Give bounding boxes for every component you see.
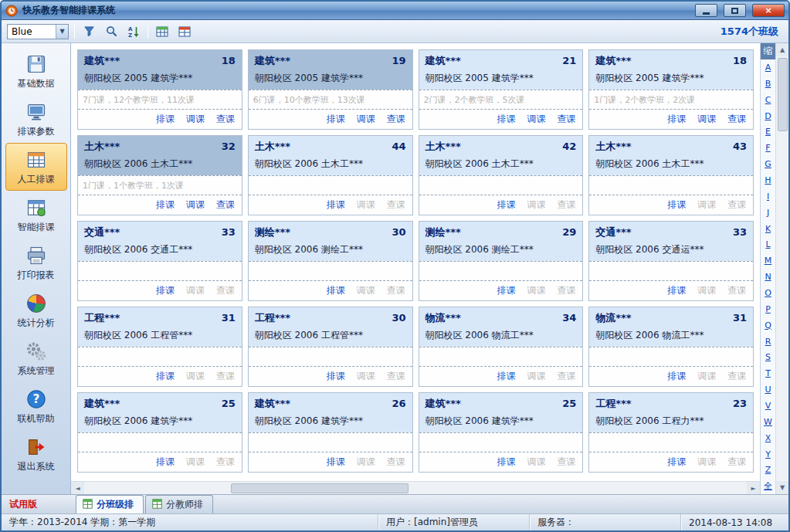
adjust-link[interactable]: 调课 bbox=[357, 371, 375, 381]
sidebar-item-manual-schedule[interactable]: 人工排课 bbox=[5, 143, 67, 191]
schedule-link[interactable]: 排课 bbox=[327, 285, 345, 296]
scroll-down-icon[interactable]: ▼ bbox=[776, 481, 788, 494]
close-button[interactable]: × bbox=[752, 4, 785, 17]
alpha-letter[interactable]: Q bbox=[761, 317, 775, 334]
adjust-link[interactable]: 调课 bbox=[186, 371, 205, 381]
query-link[interactable]: 查课 bbox=[557, 371, 575, 381]
theme-select[interactable]: Blue ▼ bbox=[7, 24, 69, 39]
class-card[interactable]: 物流*** 34 朝阳校区 2006 物流工*** 排课 调课 查课 bbox=[419, 307, 584, 387]
schedule-link[interactable]: 排课 bbox=[667, 456, 686, 467]
search-icon[interactable] bbox=[103, 23, 120, 40]
query-link[interactable]: 查课 bbox=[216, 371, 235, 381]
class-card[interactable]: 建筑*** 25 朝阳校区 2006 建筑学*** 排课 调课 查课 bbox=[419, 392, 584, 473]
schedule-link[interactable]: 排课 bbox=[497, 456, 516, 467]
alpha-letter[interactable]: E bbox=[761, 124, 775, 140]
class-card[interactable]: 建筑*** 18 朝阳校区 2005 建筑学*** 1门课，2个教学班，2次课 … bbox=[588, 49, 754, 130]
schedule-link[interactable]: 排课 bbox=[156, 371, 175, 381]
query-link[interactable]: 查课 bbox=[387, 371, 405, 381]
adjust-link[interactable]: 调课 bbox=[697, 285, 716, 296]
sidebar-item-stats[interactable]: 统计分析 bbox=[5, 286, 67, 334]
query-link[interactable]: 查课 bbox=[216, 114, 235, 124]
adjust-link[interactable]: 调课 bbox=[186, 114, 205, 124]
horizontal-scroll-thumb[interactable] bbox=[231, 483, 409, 493]
query-link[interactable]: 查课 bbox=[727, 114, 746, 124]
class-card[interactable]: 建筑*** 18 朝阳校区 2005 建筑学*** 7门课，12个教学班，11次… bbox=[77, 49, 242, 130]
query-link[interactable]: 查课 bbox=[387, 114, 405, 124]
adjust-link[interactable]: 调课 bbox=[697, 114, 716, 124]
alpha-letter[interactable]: I bbox=[761, 188, 775, 205]
alpha-letter[interactable]: W bbox=[761, 414, 775, 430]
alpha-letter[interactable]: H bbox=[761, 172, 775, 188]
minimize-button[interactable] bbox=[695, 4, 717, 17]
alpha-letter[interactable]: 全 bbox=[761, 478, 775, 494]
alpha-letter[interactable]: J bbox=[761, 205, 775, 221]
schedule-link[interactable]: 排课 bbox=[667, 199, 686, 210]
query-link[interactable]: 查课 bbox=[216, 456, 235, 467]
class-card[interactable]: 物流*** 31 朝阳校区 2006 物流工*** 排课 调课 查课 bbox=[588, 307, 754, 387]
adjust-link[interactable]: 调课 bbox=[357, 199, 375, 210]
adjust-link[interactable]: 调课 bbox=[527, 285, 545, 296]
filter-icon[interactable] bbox=[80, 23, 97, 40]
schedule-link[interactable]: 排课 bbox=[327, 114, 345, 124]
alpha-letter[interactable]: X bbox=[761, 430, 775, 446]
sidebar-item-print[interactable]: 打印报表 bbox=[5, 239, 67, 286]
class-card[interactable]: 土木*** 44 朝阳校区 2006 土木工*** 排课 调课 查课 bbox=[248, 135, 413, 215]
query-link[interactable]: 查课 bbox=[387, 199, 405, 210]
adjust-link[interactable]: 调课 bbox=[697, 456, 716, 467]
adjust-link[interactable]: 调课 bbox=[527, 199, 545, 210]
schedule-link[interactable]: 排课 bbox=[497, 371, 516, 381]
class-card[interactable]: 交通*** 33 朝阳校区 2006 交通运*** 排课 调课 查课 bbox=[588, 221, 754, 301]
alpha-letter[interactable]: C bbox=[761, 92, 775, 108]
schedule-link[interactable]: 排课 bbox=[667, 285, 686, 296]
query-link[interactable]: 查课 bbox=[216, 199, 235, 210]
alpha-letter[interactable]: P bbox=[761, 301, 775, 317]
alpha-letter[interactable]: U bbox=[761, 381, 775, 398]
query-link[interactable]: 查课 bbox=[727, 199, 746, 210]
alpha-letter[interactable]: R bbox=[761, 334, 775, 350]
query-link[interactable]: 查课 bbox=[557, 199, 575, 210]
adjust-link[interactable]: 调课 bbox=[357, 456, 375, 467]
query-link[interactable]: 查课 bbox=[557, 285, 575, 296]
tab-by-teacher[interactable]: 分教师排 bbox=[145, 495, 213, 513]
schedule-link[interactable]: 排课 bbox=[327, 199, 345, 210]
class-card[interactable]: 工程*** 31 朝阳校区 2006 工程管*** 排课 调课 查课 bbox=[77, 307, 242, 387]
class-card[interactable]: 交通*** 33 朝阳校区 2006 交通工*** 排课 调课 查课 bbox=[77, 221, 242, 301]
alpha-letter[interactable]: B bbox=[761, 76, 775, 92]
adjust-link[interactable]: 调课 bbox=[186, 285, 205, 296]
schedule-link[interactable]: 排课 bbox=[497, 114, 516, 124]
schedule-link[interactable]: 排课 bbox=[156, 199, 175, 210]
schedule-link[interactable]: 排课 bbox=[667, 114, 686, 124]
class-card[interactable]: 工程*** 30 朝阳校区 2006 工程管*** 排课 调课 查课 bbox=[248, 307, 413, 387]
schedule-link[interactable]: 排课 bbox=[156, 114, 175, 124]
alpha-letter[interactable]: S bbox=[761, 349, 775, 365]
query-link[interactable]: 查课 bbox=[387, 285, 405, 296]
class-card[interactable]: 土木*** 42 朝阳校区 2006 土木工*** 排课 调课 查课 bbox=[419, 135, 584, 215]
class-card[interactable]: 土木*** 43 朝阳校区 2006 土木工*** 排课 调课 查课 bbox=[588, 135, 754, 215]
schedule-link[interactable]: 排课 bbox=[327, 371, 345, 381]
class-card[interactable]: 土木*** 32 朝阳校区 2006 土木工*** 1门课，1个教学班，1次课 … bbox=[77, 135, 242, 215]
scroll-right-icon[interactable]: ► bbox=[747, 482, 760, 494]
query-link[interactable]: 查课 bbox=[387, 456, 405, 467]
adjust-link[interactable]: 调课 bbox=[527, 114, 545, 124]
adjust-link[interactable]: 调课 bbox=[527, 371, 545, 381]
sidebar-item-params[interactable]: 排课参数 bbox=[5, 95, 67, 143]
schedule-link[interactable]: 排课 bbox=[327, 456, 345, 467]
alpha-letter[interactable]: M bbox=[761, 252, 775, 269]
adjust-link[interactable]: 调课 bbox=[357, 285, 375, 296]
tab-by-class[interactable]: 分班级排 bbox=[76, 495, 144, 513]
alpha-letter[interactable]: G bbox=[761, 156, 775, 172]
sidebar-item-basic-data[interactable]: 基础数据 bbox=[5, 47, 67, 95]
adjust-link[interactable]: 调课 bbox=[697, 371, 716, 381]
app-icon[interactable] bbox=[5, 5, 18, 17]
alpha-letter[interactable]: A bbox=[761, 59, 775, 76]
class-card[interactable]: 建筑*** 26 朝阳校区 2006 建筑学*** 排课 调课 查课 bbox=[248, 392, 413, 473]
class-table-icon[interactable] bbox=[176, 23, 193, 40]
sidebar-item-exit[interactable]: 退出系统 bbox=[5, 430, 67, 478]
schedule-link[interactable]: 排课 bbox=[156, 456, 175, 467]
alpha-letter[interactable]: K bbox=[761, 221, 775, 237]
adjust-link[interactable]: 调课 bbox=[697, 199, 716, 210]
schedule-link[interactable]: 排课 bbox=[156, 285, 175, 296]
class-card[interactable]: 测绘*** 30 朝阳校区 2006 测绘工*** 排课 调课 查课 bbox=[248, 221, 413, 301]
class-card[interactable]: 建筑*** 19 朝阳校区 2005 建筑学*** 6门课，10个教学班，13次… bbox=[248, 49, 413, 130]
class-card[interactable]: 测绘*** 29 朝阳校区 2006 测绘工*** 排课 调课 查课 bbox=[419, 221, 584, 301]
